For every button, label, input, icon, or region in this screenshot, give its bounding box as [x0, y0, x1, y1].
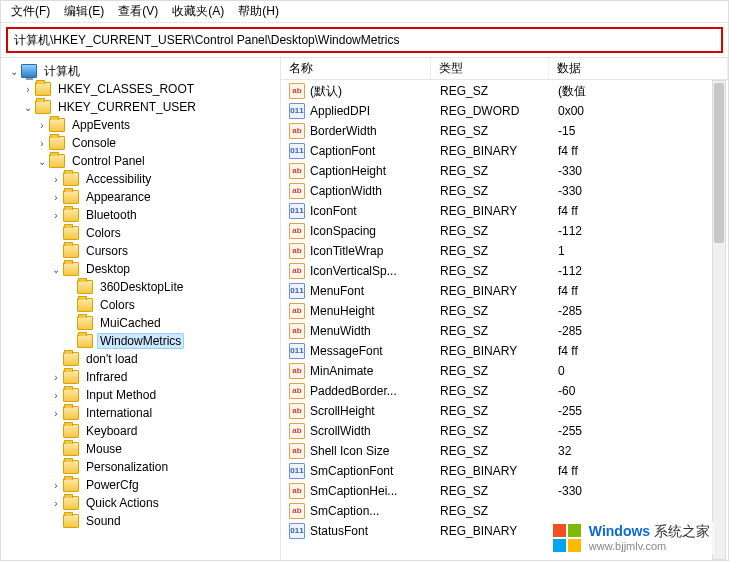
value-data: f4 ff: [550, 204, 728, 218]
value-name: SmCaptionFont: [310, 464, 432, 478]
folder-icon: [63, 496, 79, 510]
watermark-brand: Windows: [589, 523, 650, 539]
tree-pane: ⌄ 计算机 › HKEY_CLASSES_ROOT ⌄ HKEY_CURRENT…: [1, 58, 281, 561]
tree-appevents[interactable]: › AppEvents: [1, 116, 280, 134]
tree-input-method[interactable]: › Input Method: [1, 386, 280, 404]
string-value-icon: ab: [289, 183, 305, 199]
value-row[interactable]: abIconSpacingREG_SZ-112: [281, 221, 728, 241]
tree-personalization[interactable]: · Personalization: [1, 458, 280, 476]
binary-value-icon: 011: [289, 103, 305, 119]
value-row[interactable]: abSmCaptionHei...REG_SZ-330: [281, 481, 728, 501]
value-type: REG_BINARY: [432, 284, 550, 298]
menu-help[interactable]: 帮助(H): [238, 3, 279, 20]
tree-keyboard[interactable]: · Keyboard: [1, 422, 280, 440]
binary-value-icon: 011: [289, 463, 305, 479]
binary-value-icon: 011: [289, 203, 305, 219]
tree-international[interactable]: › International: [1, 404, 280, 422]
column-header-name[interactable]: 名称: [281, 58, 431, 79]
vertical-scrollbar[interactable]: [712, 80, 726, 560]
value-type: REG_SZ: [432, 384, 550, 398]
tree-appearance[interactable]: › Appearance: [1, 188, 280, 206]
string-value-icon: ab: [289, 443, 305, 459]
value-row[interactable]: abScrollWidthREG_SZ-255: [281, 421, 728, 441]
value-row[interactable]: 011IconFontREG_BINARYf4 ff: [281, 201, 728, 221]
tree-cursors[interactable]: · Cursors: [1, 242, 280, 260]
address-bar[interactable]: 计算机\HKEY_CURRENT_USER\Control Panel\Desk…: [6, 27, 723, 53]
value-name: StatusFont: [310, 524, 432, 538]
tree-infrared[interactable]: › Infrared: [1, 368, 280, 386]
value-type: REG_BINARY: [432, 464, 550, 478]
value-name: MenuFont: [310, 284, 432, 298]
tree-dont-load[interactable]: · don't load: [1, 350, 280, 368]
value-row[interactable]: abScrollHeightREG_SZ-255: [281, 401, 728, 421]
value-row[interactable]: 011MenuFontREG_BINARYf4 ff: [281, 281, 728, 301]
folder-icon: [77, 334, 93, 348]
value-row[interactable]: 011AppliedDPIREG_DWORD0x00: [281, 101, 728, 121]
value-data: -330: [550, 164, 728, 178]
value-name: (默认): [310, 83, 432, 100]
tree-desktop[interactable]: ⌄ Desktop: [1, 260, 280, 278]
watermark-suffix: 系统之家: [650, 523, 710, 539]
value-name: AppliedDPI: [310, 104, 432, 118]
value-row[interactable]: 011SmCaptionFontREG_BINARYf4 ff: [281, 461, 728, 481]
value-type: REG_SZ: [432, 224, 550, 238]
value-row[interactable]: abMenuWidthREG_SZ-285: [281, 321, 728, 341]
value-type: REG_BINARY: [432, 524, 550, 538]
value-row[interactable]: abBorderWidthREG_SZ-15: [281, 121, 728, 141]
tree-quick-actions[interactable]: › Quick Actions: [1, 494, 280, 512]
tree-sound[interactable]: · Sound: [1, 512, 280, 530]
folder-icon: [77, 316, 93, 330]
menu-file[interactable]: 文件(F): [11, 3, 50, 20]
value-data: 32: [550, 444, 728, 458]
menu-view[interactable]: 查看(V): [118, 3, 158, 20]
value-name: IconVerticalSp...: [310, 264, 432, 278]
value-name: SmCaptionHei...: [310, 484, 432, 498]
tree-powercfg[interactable]: › PowerCfg: [1, 476, 280, 494]
string-value-icon: ab: [289, 83, 305, 99]
tree-windowmetrics[interactable]: · WindowMetrics: [1, 332, 280, 350]
value-row[interactable]: abIconVerticalSp...REG_SZ-112: [281, 261, 728, 281]
string-value-icon: ab: [289, 363, 305, 379]
tree-control-panel[interactable]: ⌄ Control Panel: [1, 152, 280, 170]
tree-accessibility[interactable]: › Accessibility: [1, 170, 280, 188]
column-header-type[interactable]: 类型: [431, 58, 549, 79]
value-name: IconTitleWrap: [310, 244, 432, 258]
tree-desktop-colors[interactable]: · Colors: [1, 296, 280, 314]
tree-360desktoplite[interactable]: · 360DesktopLite: [1, 278, 280, 296]
tree-console[interactable]: › Console: [1, 134, 280, 152]
tree-hkcu[interactable]: ⌄ HKEY_CURRENT_USER: [1, 98, 280, 116]
menu-edit[interactable]: 编辑(E): [64, 3, 104, 20]
tree-mouse[interactable]: · Mouse: [1, 440, 280, 458]
value-data: -330: [550, 184, 728, 198]
value-row[interactable]: abSmCaption...REG_SZ: [281, 501, 728, 521]
tree-label: 计算机: [41, 62, 83, 81]
tree-colors[interactable]: · Colors: [1, 224, 280, 242]
value-row[interactable]: 011MessageFontREG_BINARYf4 ff: [281, 341, 728, 361]
value-type: REG_SZ: [432, 124, 550, 138]
value-name: MenuHeight: [310, 304, 432, 318]
value-type: REG_SZ: [432, 164, 550, 178]
value-type: REG_SZ: [432, 424, 550, 438]
tree-root[interactable]: ⌄ 计算机: [1, 62, 280, 80]
value-row[interactable]: abCaptionWidthREG_SZ-330: [281, 181, 728, 201]
tree-muicached[interactable]: · MuiCached: [1, 314, 280, 332]
value-row[interactable]: abShell Icon SizeREG_SZ32: [281, 441, 728, 461]
scrollbar-thumb[interactable]: [714, 83, 724, 243]
tree-bluetooth[interactable]: › Bluetooth: [1, 206, 280, 224]
tree-hkcr[interactable]: › HKEY_CLASSES_ROOT: [1, 80, 280, 98]
folder-icon: [63, 244, 79, 258]
value-type: REG_SZ: [432, 244, 550, 258]
value-row[interactable]: abPaddedBorder...REG_SZ-60: [281, 381, 728, 401]
value-name: ScrollWidth: [310, 424, 432, 438]
value-row[interactable]: abCaptionHeightREG_SZ-330: [281, 161, 728, 181]
string-value-icon: ab: [289, 243, 305, 259]
value-row[interactable]: ab(默认)REG_SZ(数值: [281, 81, 728, 101]
value-row[interactable]: abIconTitleWrapREG_SZ1: [281, 241, 728, 261]
menu-favorites[interactable]: 收藏夹(A): [172, 3, 224, 20]
value-row[interactable]: 011CaptionFontREG_BINARYf4 ff: [281, 141, 728, 161]
column-header-data[interactable]: 数据: [549, 58, 728, 79]
value-data: f4 ff: [550, 144, 728, 158]
value-row[interactable]: abMinAnimateREG_SZ0: [281, 361, 728, 381]
value-row[interactable]: abMenuHeightREG_SZ-285: [281, 301, 728, 321]
folder-icon: [35, 100, 51, 114]
